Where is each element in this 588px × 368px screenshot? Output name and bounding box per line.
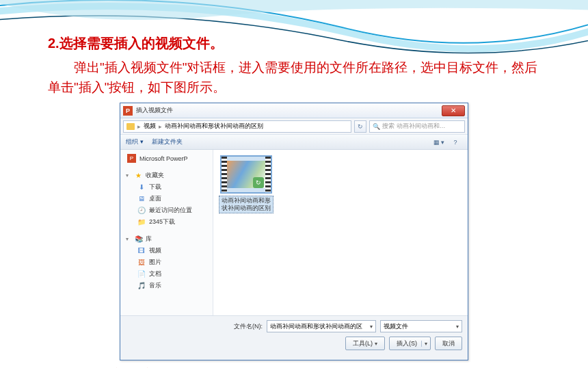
chevron-down-icon: ▾	[370, 324, 373, 330]
filename-input[interactable]: 动画补间动画和形状补间动画的区 ▾	[267, 320, 376, 332]
powerpoint-icon: P	[127, 154, 136, 163]
organize-menu[interactable]: 组织 ▾	[126, 137, 144, 146]
nav-downloads[interactable]: ⬇ 下载	[120, 181, 213, 193]
powerpoint-icon: P	[123, 106, 133, 116]
refresh-button[interactable]: ↻	[354, 120, 366, 133]
insert-video-dialog: P 插入视频文件 ✕ ▸ 视频 ▸ 动画补间动画和形状补间动画的区别 ↻ 🔍 搜…	[120, 103, 468, 360]
nav-libraries[interactable]: ▾ 📚 库	[120, 233, 213, 245]
file-list[interactable]: ↻ 动画补间动画和形状补间动画的区别	[213, 150, 468, 315]
breadcrumb[interactable]: ▸ 视频 ▸ 动画补间动画和形状补间动画的区别	[123, 120, 351, 133]
picture-icon: 🖼	[137, 258, 146, 267]
view-button[interactable]: ▦ ▾	[432, 137, 446, 148]
search-placeholder: 搜索 动画补间动画和…	[382, 122, 446, 131]
step2-body: 弹出"插入视频文件"对话框，进入需要使用的文件所在路径，选中目标文件，然后单击"…	[48, 58, 540, 97]
nav-videos[interactable]: 🎞 视频	[120, 245, 213, 257]
music-icon: 🎵	[137, 281, 146, 290]
nav-documents[interactable]: 📄 文档	[120, 268, 213, 280]
dialog-title: 插入视频文件	[136, 106, 173, 115]
file-item[interactable]: ↻ 动画补间动画和形状补间动画的区别	[219, 155, 273, 213]
video-thumbnail: ↻	[220, 155, 272, 194]
chevron-right-icon: ▸	[137, 123, 141, 130]
nav-music[interactable]: 🎵 音乐	[120, 280, 213, 291]
chevron-down-icon: ▾	[456, 324, 459, 330]
chevron-down-icon: ▾	[126, 172, 131, 179]
tools-menu[interactable]: 工具(L) ▾	[345, 337, 385, 350]
address-bar: ▸ 视频 ▸ 动画补间动画和形状补间动画的区别 ↻ 🔍 搜索 动画补间动画和…	[120, 118, 468, 135]
chevron-down-icon: ▾	[375, 341, 377, 347]
search-input[interactable]: 🔍 搜索 动画补间动画和…	[369, 120, 465, 133]
nav-favorites[interactable]: ▾ ★ 收藏夹	[120, 170, 213, 181]
navigation-pane: P Microsoft PowerP ▾ ★ 收藏夹 ⬇ 下载 🖥	[120, 150, 213, 315]
dialog-bottom-bar: 文件名(N): 动画补间动画和形状补间动画的区 ▾ 视频文件 ▾ 工具(L) ▾	[120, 315, 468, 360]
folder-icon: 📁	[137, 218, 146, 226]
nav-2345[interactable]: 📁 2345下载	[120, 216, 213, 228]
download-icon: ⬇	[137, 183, 146, 192]
dialog-toolbar: 组织 ▾ 新建文件夹 ▦ ▾ ?	[120, 135, 468, 150]
nav-desktop[interactable]: 🖥 桌面	[120, 193, 213, 205]
video-icon: 🎞	[137, 246, 146, 255]
new-folder-button[interactable]: 新建文件夹	[152, 137, 183, 146]
file-name: 动画补间动画和形状补间动画的区别	[219, 196, 273, 213]
breadcrumb-root[interactable]: 视频	[144, 122, 156, 131]
cancel-button[interactable]: 取消	[435, 337, 462, 350]
nav-powerpoint[interactable]: P Microsoft PowerP	[120, 153, 213, 164]
play-icon: ↻	[253, 177, 264, 188]
recent-icon: 🕘	[137, 206, 146, 215]
folder-icon	[126, 123, 135, 130]
file-type-filter[interactable]: 视频文件 ▾	[380, 320, 462, 332]
nav-recent[interactable]: 🕘 最近访问的位置	[120, 205, 213, 216]
star-icon: ★	[134, 171, 143, 180]
chevron-down-icon: ▾	[421, 341, 427, 347]
desktop-icon: 🖥	[137, 194, 146, 203]
breadcrumb-folder[interactable]: 动画补间动画和形状补间动画的区别	[165, 122, 263, 131]
step2-title: 2.选择需要插入的视频文件。	[48, 34, 540, 53]
chevron-down-icon: ▾	[126, 236, 131, 242]
search-icon: 🔍	[373, 123, 380, 130]
chevron-right-icon: ▸	[159, 123, 162, 130]
dialog-titlebar: P 插入视频文件 ✕	[120, 103, 468, 118]
document-icon: 📄	[137, 270, 146, 278]
filename-label: 文件名(N):	[234, 322, 263, 331]
nav-pictures[interactable]: 🖼 图片	[120, 257, 213, 268]
help-button[interactable]: ?	[449, 137, 462, 148]
close-button[interactable]: ✕	[442, 105, 465, 116]
insert-button[interactable]: 插入(S) ▾	[389, 337, 431, 350]
library-icon: 📚	[134, 235, 143, 244]
